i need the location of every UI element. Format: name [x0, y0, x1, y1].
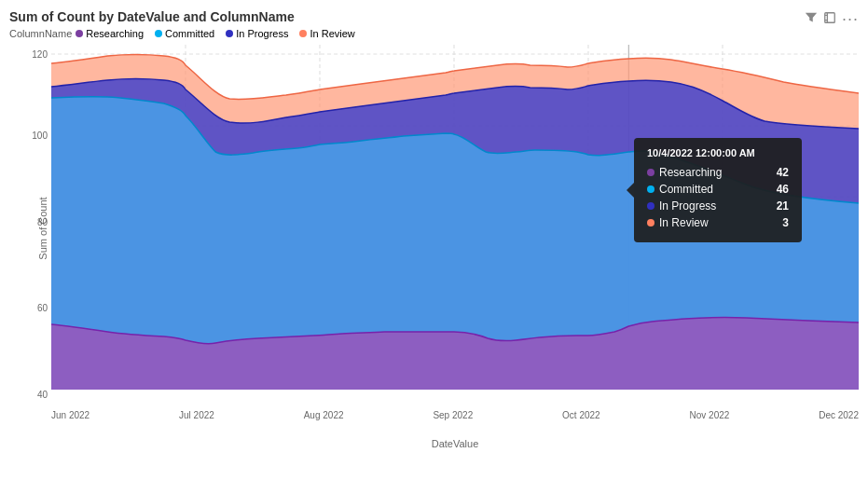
toolbar: ···	[805, 9, 859, 29]
legend-label-in-review: In Review	[310, 28, 354, 39]
y-tick-80: 80	[37, 217, 48, 227]
y-axis-label: Sum of Count	[37, 198, 48, 260]
legend-item-in-progress: In Progress	[226, 28, 288, 39]
expand-icon[interactable]	[823, 11, 836, 27]
more-icon[interactable]: ···	[842, 9, 859, 29]
legend-label-committed: Committed	[165, 28, 214, 39]
chart-container: ··· Sum of Count by DateValue and Column…	[0, 0, 868, 494]
legend-dot-in-review	[299, 30, 307, 37]
legend-dot-researching	[76, 30, 83, 37]
x-tick-sep: Sep 2022	[433, 410, 473, 420]
legend-column-label: ColumnName	[9, 28, 72, 39]
legend-item-committed: Committed	[155, 28, 214, 39]
y-tick-40: 40	[37, 390, 48, 400]
y-tick-60: 60	[37, 303, 48, 313]
legend-label-in-progress: In Progress	[236, 28, 288, 39]
x-axis-label: DateValue	[51, 438, 859, 449]
legend-item-in-review: In Review	[299, 28, 354, 39]
y-tick-100: 100	[32, 130, 48, 141]
legend-label-researching: Researching	[86, 28, 144, 39]
filter-icon[interactable]	[805, 11, 818, 27]
y-tick-120: 120	[32, 49, 48, 60]
svg-rect-0	[825, 13, 835, 23]
legend-dot-in-progress	[226, 30, 233, 37]
chart-legend: ColumnName Researching Committed In Prog…	[9, 28, 859, 39]
legend-item-researching: Researching	[76, 28, 144, 39]
x-tick-aug: Aug 2022	[304, 410, 344, 420]
x-tick-oct: Oct 2022	[562, 410, 600, 420]
y-axis: Sum of Count 120 100 80 60 40	[9, 45, 51, 436]
chart-plot-area: 10/4/2022 12:00:00 AM Researching 42 Com…	[51, 45, 859, 436]
legend-dot-committed	[155, 30, 162, 37]
x-axis-ticks: Jun 2022 Jul 2022 Aug 2022 Sep 2022 Oct …	[51, 408, 859, 420]
x-tick-jun: Jun 2022	[51, 410, 90, 420]
chart-title: Sum of Count by DateValue and ColumnName	[9, 9, 859, 24]
x-tick-jul: Jul 2022	[179, 410, 214, 420]
x-tick-nov: Nov 2022	[690, 410, 730, 420]
x-tick-dec: Dec 2022	[819, 410, 859, 420]
